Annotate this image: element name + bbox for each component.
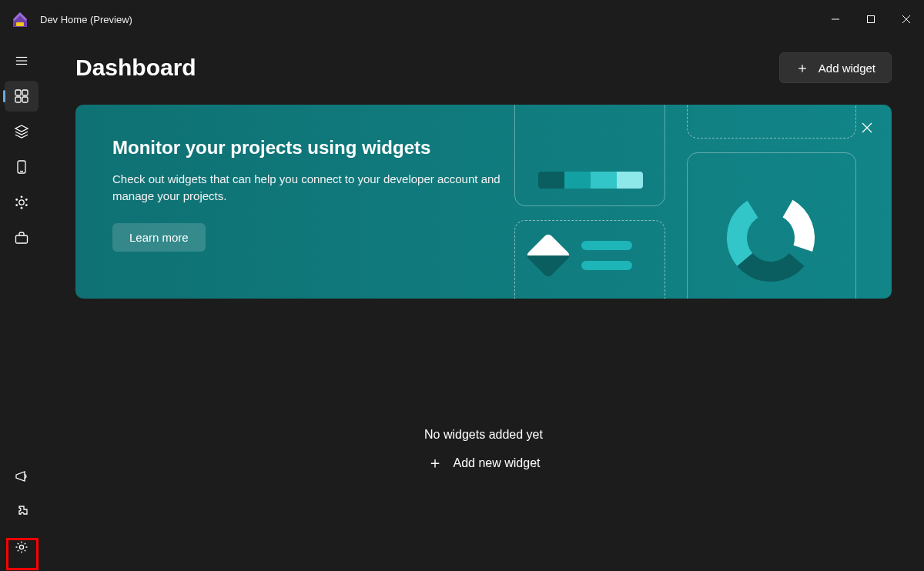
add-new-widget-label: Add new widget [454,456,541,470]
svg-rect-10 [15,97,21,102]
svg-point-19 [21,207,23,209]
svg-point-18 [25,204,28,206]
nav-dashboard[interactable] [5,81,38,112]
svg-point-21 [15,199,18,201]
banner-description: Check out widgets that can help you conn… [112,171,507,205]
empty-state: No widgets added yet ＋ Add new widget [75,428,892,476]
svg-rect-0 [16,22,24,26]
nav-rail [0,38,43,571]
svg-point-16 [21,195,23,198]
minimize-button[interactable] [818,4,853,35]
plus-icon: ＋ [795,61,809,75]
svg-rect-9 [22,90,28,95]
main-content: Dashboard ＋ Add widget Monitor your proj… [43,38,924,571]
close-button[interactable] [889,4,924,35]
svg-point-20 [15,204,18,206]
svg-rect-2 [868,16,875,23]
empty-state-title: No widgets added yet [424,428,543,442]
titlebar: Dev Home (Preview) [0,0,924,38]
banner-close-button[interactable] [855,115,879,140]
maximize-button[interactable] [853,4,889,35]
svg-rect-8 [15,90,21,95]
svg-marker-12 [15,125,28,132]
add-widget-button[interactable]: ＋ Add widget [779,52,892,83]
window-controls [818,0,924,38]
page-title: Dashboard [75,55,196,81]
svg-rect-11 [22,97,28,102]
banner-title: Monitor your projects using widgets [112,137,507,159]
nav-settings[interactable] [5,532,38,563]
nav-feedback[interactable] [5,461,38,492]
nav-layers[interactable] [5,116,38,147]
hamburger-menu[interactable] [5,45,38,76]
nav-device[interactable] [5,152,38,182]
nav-toolkit[interactable] [5,222,38,253]
widgets-banner: Monitor your projects using widgets Chec… [75,105,892,299]
svg-rect-22 [16,235,28,243]
add-new-widget-link[interactable]: ＋ Add new widget [421,449,547,476]
svg-point-15 [19,200,24,205]
nav-extensions[interactable] [5,496,38,527]
svg-point-17 [25,199,28,201]
plus-icon: ＋ [427,452,443,473]
banner-illustration [491,105,892,299]
learn-more-button[interactable]: Learn more [112,223,206,252]
svg-point-23 [19,545,23,549]
add-widget-label: Add widget [819,62,875,75]
nav-connections[interactable] [5,187,38,218]
app-icon [11,10,29,28]
app-title: Dev Home (Preview) [40,14,132,25]
